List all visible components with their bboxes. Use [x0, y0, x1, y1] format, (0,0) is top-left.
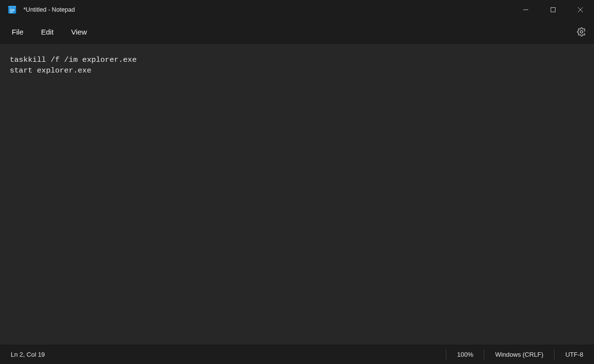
svg-rect-6 — [551, 8, 556, 12]
titlebar[interactable]: *Untitled - Notepad — [0, 0, 594, 19]
status-line-ending[interactable]: Windows (CRLF) — [484, 349, 554, 361]
svg-point-9 — [580, 30, 582, 33]
close-icon — [577, 7, 583, 13]
menu-view[interactable]: View — [65, 24, 93, 40]
statusbar: Ln 2, Col 19 100% Windows (CRLF) UTF-8 — [0, 345, 594, 364]
svg-rect-1 — [8, 6, 16, 8]
minimize-button[interactable] — [512, 0, 539, 19]
status-zoom[interactable]: 100% — [446, 349, 484, 361]
notepad-icon — [8, 5, 17, 14]
text-editor[interactable]: taskkill /f /im explorer.exe start explo… — [0, 44, 594, 345]
menu-file[interactable]: File — [6, 24, 29, 40]
status-encoding[interactable]: UTF-8 — [555, 349, 594, 361]
window-title: *Untitled - Notepad — [23, 6, 75, 13]
gear-icon — [577, 27, 586, 36]
close-button[interactable] — [567, 0, 594, 19]
maximize-icon — [550, 7, 556, 13]
minimize-icon — [523, 7, 529, 13]
menubar: File Edit View — [0, 19, 594, 44]
status-cursor-position: Ln 2, Col 19 — [0, 349, 56, 361]
settings-button[interactable] — [573, 23, 590, 40]
menu-edit[interactable]: Edit — [35, 24, 59, 40]
maximize-button[interactable] — [539, 0, 567, 19]
